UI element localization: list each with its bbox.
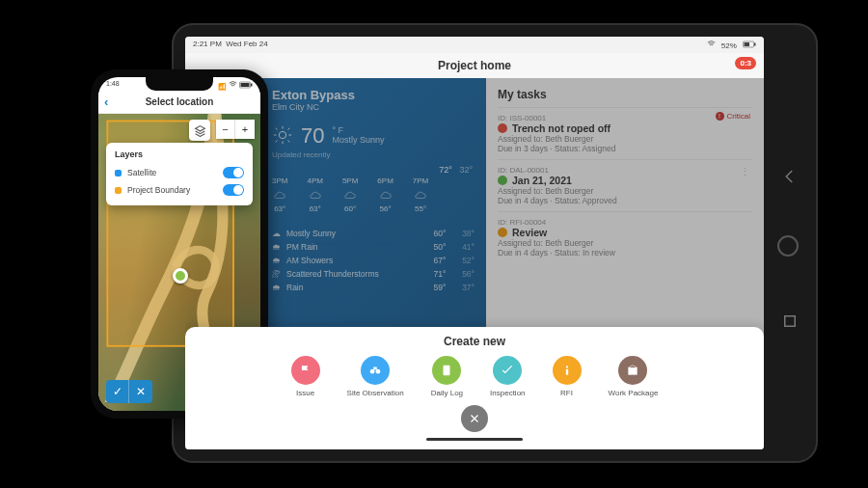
layer-row-satellite[interactable]: Satellite [115, 164, 244, 181]
task-item[interactable]: ID: RFI-00004 Review Assigned to: Beth B… [498, 211, 752, 263]
today-high: 72° [439, 165, 452, 175]
zoom-in-button[interactable]: + [235, 120, 255, 139]
layer-color-swatch [115, 187, 122, 194]
svg-rect-16 [444, 366, 450, 376]
forecast-row: ☁Mostly Sunny60° 38° [272, 227, 475, 240]
svg-rect-2 [745, 42, 750, 46]
screen-record-indicator[interactable]: 0:3 [735, 57, 756, 69]
close-sheet-button[interactable] [461, 405, 488, 432]
task-assignee: Assigned to: Beth Buerger [498, 186, 752, 196]
forecast-row: ⛈Scattered Thunderstorms71° 56° [272, 267, 475, 281]
svg-point-17 [565, 366, 567, 367]
create-inspection-button[interactable]: Inspection [490, 356, 525, 397]
task-due-status: Due in 4 days · Status: In review [498, 248, 752, 258]
svg-line-9 [276, 128, 278, 130]
back-button[interactable]: ‹ [104, 95, 108, 109]
task-name: Review [512, 227, 547, 238]
create-work-package-button[interactable]: Work Package [609, 356, 659, 397]
layers-panel-title: Layers [115, 149, 244, 159]
wifi-icon [229, 83, 239, 90]
create-issue-button[interactable]: Issue [291, 356, 320, 397]
hour-slot: 3PM63° [272, 176, 287, 213]
page-title: Project home [438, 59, 511, 72]
task-item[interactable]: !Critical ID: ISS-00001 Trench not roped… [498, 107, 752, 159]
create-site-observation-button[interactable]: Site Observation [347, 356, 404, 397]
temp-condition: Mostly Sunny [332, 136, 384, 146]
forecast-row: 🌧Rain59° 37° [272, 281, 475, 294]
tablet-page-header: Project home 0:3 [185, 53, 764, 78]
battery-percent: 52% [721, 41, 737, 50]
svg-rect-0 [785, 316, 796, 327]
task-name: Jan 21, 2021 [512, 175, 572, 186]
task-item[interactable]: ⋮ ID: DAL-00001 Jan 21, 2021 Assigned to… [498, 159, 752, 211]
notebook-icon [432, 356, 461, 385]
alert-icon: ! [716, 112, 724, 121]
battery-icon [239, 83, 253, 90]
package-icon [618, 356, 647, 385]
storm-icon: ⛈ [272, 269, 281, 279]
today-low: 32° [459, 165, 473, 175]
more-icon[interactable]: ⋮ [740, 166, 750, 178]
toggle-switch[interactable] [223, 184, 244, 196]
zoom-control: − + [216, 120, 255, 139]
svg-line-11 [276, 141, 278, 143]
svg-line-10 [288, 141, 290, 143]
tablet-multitask-hw-button[interactable] [781, 312, 799, 330]
binoculars-icon [361, 356, 390, 385]
svg-rect-15 [373, 367, 377, 370]
task-assignee: Assigned to: Beth Buerger [498, 238, 752, 248]
svg-line-12 [288, 128, 290, 130]
project-name: Exton Bypass [272, 88, 475, 102]
wifi-icon [707, 41, 718, 50]
hour-slot: 6PM56° [377, 176, 393, 213]
svg-rect-22 [251, 84, 253, 87]
create-rfi-button[interactable]: RFI [553, 356, 582, 397]
rain-icon: 🌧 [272, 242, 281, 252]
info-icon [553, 356, 582, 385]
layer-color-swatch [115, 170, 122, 176]
layer-label: Project Boundary [127, 185, 190, 195]
hour-slot: 7PM55° [413, 176, 428, 213]
phone-notch [146, 77, 213, 91]
tablet-home-hw-button[interactable] [777, 235, 799, 257]
task-due-status: Due in 3 days · Status: Assigned [498, 144, 752, 153]
task-id: ID: RFI-00004 [498, 218, 752, 227]
create-daily-log-button[interactable]: Daily Log [431, 356, 463, 397]
current-temp: 70 [301, 123, 324, 149]
svg-point-13 [370, 369, 375, 374]
home-indicator[interactable] [426, 438, 523, 441]
create-new-sheet: Create new Issue Site Observation Daily … [185, 327, 764, 449]
battery-icon [743, 41, 756, 50]
svg-rect-18 [565, 369, 567, 375]
confirm-button[interactable]: ✓ [106, 380, 129, 403]
forecast-row: 🌧AM Showers67° 52° [272, 254, 475, 267]
page-title: Select location [146, 96, 214, 107]
task-assignee: Assigned to: Beth Buerger [498, 134, 752, 144]
toggle-switch[interactable] [223, 167, 244, 178]
forecast-row: 🌧PM Rain50° 41° [272, 240, 475, 254]
zoom-out-button[interactable]: − [216, 120, 235, 139]
rain-icon: 🌧 [272, 283, 281, 292]
status-dot-icon [498, 176, 507, 185]
confirm-location-control: ✓ ✕ [106, 380, 152, 403]
task-id: ID: DAL-00001 [498, 166, 752, 175]
status-date: Wed Feb 24 [226, 40, 267, 48]
task-id: ID: ISS-00001 [498, 114, 752, 122]
hour-slot: 4PM63° [307, 176, 322, 213]
sun-icon [272, 124, 293, 148]
project-location: Elm City NC [272, 102, 475, 112]
updated-label: Updated recently [272, 150, 475, 159]
task-name: Trench not roped off [512, 122, 610, 134]
status-time: 1:48 [106, 80, 120, 91]
hour-slot: 5PM60° [342, 176, 358, 213]
hourly-forecast: 3PM63° 4PM63° 5PM60° 6PM56° 7PM55° [272, 176, 475, 213]
layers-toggle-button[interactable] [189, 120, 210, 141]
layer-row-project-boundary[interactable]: Project Boundary [115, 181, 244, 199]
svg-point-14 [376, 369, 381, 374]
cloud-icon: ☁ [272, 229, 281, 238]
tablet-back-hw-button[interactable] [781, 168, 799, 185]
phone-page-header: ‹ Select location [98, 93, 260, 114]
tablet-screen: 2:21 PM Wed Feb 24 52% Project home 0:3 … [185, 37, 764, 449]
svg-rect-19 [629, 367, 637, 375]
cancel-button[interactable]: ✕ [129, 380, 152, 403]
